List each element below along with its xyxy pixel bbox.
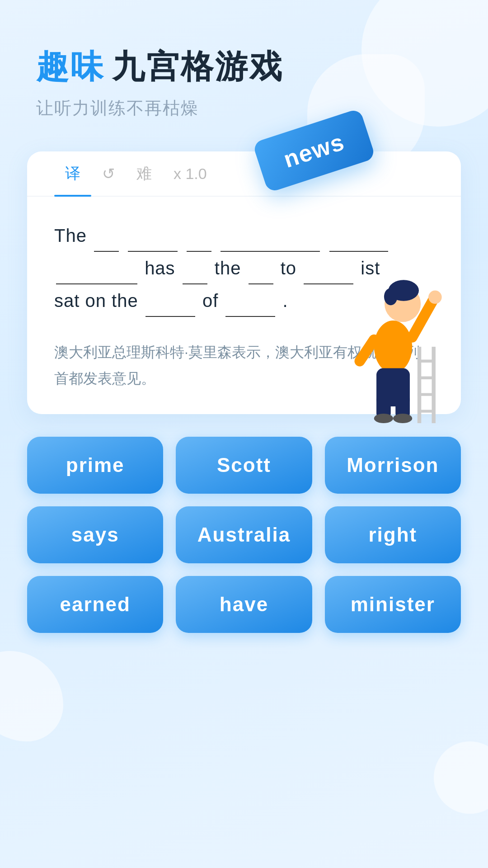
svg-point-6	[428, 291, 442, 304]
blank-11	[225, 316, 275, 317]
tab-difficulty-label: 难	[136, 163, 152, 184]
word-btn-right[interactable]: right	[325, 506, 461, 563]
blank-4	[221, 251, 320, 252]
main-card: 译 ↺ 难 x 1.0 The has the to ist sat on th…	[27, 151, 461, 414]
tab-speed[interactable]: x 1.0	[163, 151, 218, 196]
word-btn-minister[interactable]: minister	[325, 576, 461, 633]
svg-line-5	[360, 340, 374, 361]
word-has: has	[145, 258, 181, 278]
word-the-2: the	[215, 258, 247, 278]
blank-8	[249, 283, 273, 284]
blank-7	[183, 283, 207, 284]
word-sat-on-the: sat on the	[54, 291, 144, 311]
word-btn-earned[interactable]: earned	[27, 576, 163, 633]
word-btn-Scott[interactable]: Scott	[176, 437, 312, 494]
decorative-blob-3	[0, 651, 63, 741]
word-btn-Morrison[interactable]: Morrison	[325, 437, 461, 494]
illustration-person	[343, 251, 443, 423]
word-btn-Australia[interactable]: Australia	[176, 506, 312, 563]
tab-translate[interactable]: 译	[54, 151, 91, 196]
tab-replay-label: ↺	[102, 165, 115, 183]
page-header: 趣味 九宫格游戏 让听力训练不再枯燥	[0, 0, 488, 133]
svg-point-11	[393, 414, 412, 423]
word-btn-have[interactable]: have	[176, 576, 312, 633]
tab-difficulty[interactable]: 难	[126, 151, 163, 196]
blank-2	[128, 251, 178, 252]
word-of: of	[202, 291, 224, 311]
decorative-blob-4	[434, 741, 488, 814]
svg-point-10	[374, 414, 393, 423]
word-grid: primeScottMorrisonsaysAustraliarightearn…	[0, 414, 488, 660]
title-accent: 趣味	[36, 45, 105, 89]
word-period: .	[283, 291, 288, 311]
title-line: 趣味 九宫格游戏	[36, 45, 452, 89]
subtitle: 让听力训练不再枯燥	[36, 97, 452, 120]
blank-6	[56, 283, 137, 284]
card-tabs: 译 ↺ 难 x 1.0	[27, 151, 461, 197]
svg-point-3	[384, 288, 398, 305]
word-to: to	[281, 258, 302, 278]
tab-translate-label: 译	[65, 163, 80, 184]
tab-replay[interactable]: ↺	[91, 151, 126, 196]
blank-3	[187, 251, 211, 252]
svg-point-0	[374, 321, 412, 373]
word-btn-says[interactable]: says	[27, 506, 163, 563]
blank-10	[145, 316, 195, 317]
title-main: 九宫格游戏	[112, 45, 284, 89]
tab-speed-label: x 1.0	[174, 165, 207, 183]
blank-1	[94, 251, 119, 252]
word-btn-prime[interactable]: prime	[27, 437, 163, 494]
word-the-1: The	[54, 226, 92, 245]
